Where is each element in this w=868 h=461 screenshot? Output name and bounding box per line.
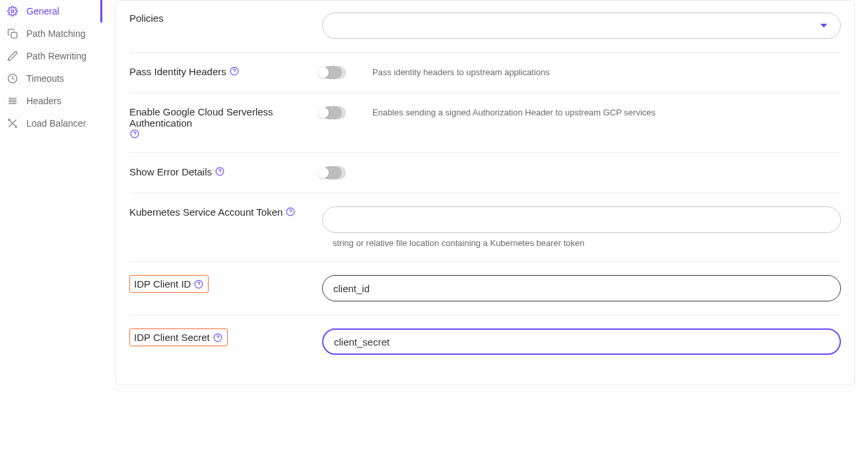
help-icon[interactable]	[129, 129, 140, 139]
gcp-serverless-description: Enables sending a signed Authorization H…	[372, 106, 655, 117]
sidebar: General Path Matching Path Rewriting Tim…	[0, 0, 102, 461]
pass-identity-headers-row: Pass Identity Headers Pass identity head…	[129, 52, 841, 92]
sidebar-item-general[interactable]: General	[0, 0, 102, 22]
menu-icon	[7, 95, 18, 107]
copy-icon	[7, 28, 18, 40]
sidebar-item-label: Path Matching	[26, 28, 86, 39]
gcp-serverless-label: Enable Google Cloud Serverless Authentic…	[129, 106, 322, 139]
sidebar-item-path-matching[interactable]: Path Matching	[0, 22, 102, 45]
pass-identity-headers-label: Pass Identity Headers	[129, 66, 322, 79]
idp-client-secret-row: IDP Client Secret	[129, 315, 841, 368]
sidebar-item-timeouts[interactable]: Timeouts	[0, 67, 102, 90]
pass-identity-headers-toggle[interactable]	[322, 66, 346, 79]
kubernetes-token-hint: string or relative file location contain…	[322, 238, 841, 248]
gcp-serverless-toggle[interactable]	[322, 106, 346, 119]
show-error-details-label: Show Error Details	[129, 166, 322, 179]
svg-rect-1	[11, 32, 17, 38]
chevron-down-icon	[820, 24, 827, 28]
idp-client-id-input[interactable]	[322, 275, 841, 301]
help-icon[interactable]	[229, 66, 240, 77]
clock-icon	[7, 73, 18, 84]
sidebar-item-label: General	[26, 6, 59, 16]
idp-client-secret-label: IDP Client Secret	[129, 328, 322, 355]
help-icon[interactable]	[215, 166, 225, 177]
help-icon[interactable]	[285, 206, 296, 217]
sidebar-item-path-rewriting[interactable]: Path Rewriting	[0, 45, 102, 67]
pass-identity-headers-description: Pass identity headers to upstream applic…	[372, 66, 550, 77]
show-error-details-toggle[interactable]	[322, 166, 346, 179]
sidebar-item-label: Timeouts	[26, 73, 64, 84]
main-content: Policies Pass Identity Headers	[102, 0, 868, 461]
gear-icon	[7, 5, 18, 17]
cross-icon	[7, 117, 18, 129]
kubernetes-token-label: Kubernetes Service Account Token	[129, 206, 322, 248]
help-icon[interactable]	[213, 332, 223, 343]
svg-point-7	[9, 119, 10, 121]
idp-client-id-row: IDP Client ID	[129, 261, 841, 315]
sidebar-item-load-balancer[interactable]: Load Balancer	[0, 112, 102, 135]
idp-client-id-label: IDP Client ID	[129, 275, 322, 301]
settings-card: Policies Pass Identity Headers	[116, 0, 855, 385]
kubernetes-token-row: Kubernetes Service Account Token string …	[129, 193, 841, 261]
pencil-icon	[7, 50, 18, 62]
sidebar-item-label: Headers	[26, 96, 61, 106]
sidebar-item-label: Path Rewriting	[26, 51, 86, 61]
gcp-serverless-row: Enable Google Cloud Serverless Authentic…	[129, 92, 841, 152]
policies-label: Policies	[129, 13, 322, 39]
sidebar-item-headers[interactable]: Headers	[0, 90, 102, 112]
idp-client-secret-input[interactable]	[322, 328, 841, 355]
svg-point-0	[11, 10, 14, 13]
help-icon[interactable]	[193, 279, 204, 290]
show-error-details-row: Show Error Details	[129, 152, 841, 193]
policies-row: Policies	[129, 1, 841, 52]
sidebar-item-label: Load Balancer	[26, 118, 86, 129]
kubernetes-token-input[interactable]	[322, 206, 841, 233]
policies-select[interactable]	[322, 13, 841, 39]
svg-point-8	[15, 126, 17, 127]
